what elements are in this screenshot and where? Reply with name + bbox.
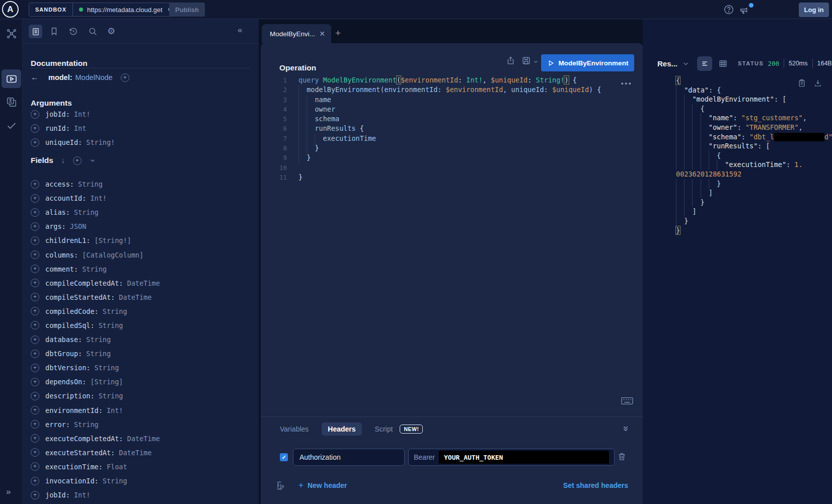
tab-script[interactable]: Script: [375, 425, 393, 433]
new-tab-button[interactable]: +: [335, 28, 341, 39]
sidebar-item-explorer[interactable]: [2, 69, 21, 88]
collapse-left-icon[interactable]: «: [238, 25, 242, 35]
documentation-tab-icon[interactable]: [29, 25, 42, 38]
chevron-down-icon[interactable]: [90, 157, 96, 163]
field-row[interactable]: +dbtVersion: String: [31, 361, 252, 375]
field-row[interactable]: +uniqueId: String!: [31, 135, 252, 149]
field-row[interactable]: +executeStartedAt: DateTime: [31, 446, 252, 460]
editor-line[interactable]: 4owner: [261, 105, 643, 114]
add-field-icon[interactable]: +: [31, 364, 39, 372]
set-shared-headers-button[interactable]: Set shared headers: [563, 481, 628, 489]
add-field-icon[interactable]: +: [31, 462, 39, 471]
field-row[interactable]: +comment: String: [31, 262, 252, 276]
docs-settings-icon[interactable]: ⚙: [107, 26, 115, 37]
sidebar-item-changelog[interactable]: [6, 97, 17, 108]
field-row[interactable]: +alias: String: [31, 205, 252, 219]
header-name-input[interactable]: Authorization: [293, 449, 405, 466]
field-row[interactable]: +database: String: [31, 332, 252, 347]
delete-header-icon[interactable]: [617, 452, 627, 461]
add-field-icon[interactable]: +: [31, 250, 39, 259]
raw-view-toggle[interactable]: [697, 56, 712, 71]
add-field-icon[interactable]: +: [31, 265, 39, 273]
add-all-fields-icon[interactable]: +: [73, 156, 82, 165]
close-tab-icon[interactable]: ✕: [319, 30, 325, 38]
header-enabled-checkbox[interactable]: ✓: [280, 453, 288, 461]
collapse-panel-icon[interactable]: [621, 424, 630, 433]
operation-tab[interactable]: ModelByEnvi... ✕: [262, 24, 331, 43]
back-arrow-icon[interactable]: ←: [31, 73, 39, 82]
response-dropdown-chevron-icon[interactable]: [683, 60, 689, 67]
editor-line[interactable]: 2modelByEnvironment(environmentId: $envi…: [261, 85, 643, 95]
add-field-icon[interactable]: +: [31, 406, 39, 414]
history-icon[interactable]: [68, 27, 78, 36]
field-row[interactable]: +compileCompletedAt: DateTime: [31, 276, 252, 290]
add-field-icon[interactable]: +: [31, 110, 39, 119]
field-row[interactable]: +dbtGroup: String: [31, 347, 252, 361]
breadcrumb-type-link[interactable]: ModelNode: [75, 73, 113, 81]
run-operation-button[interactable]: ModelByEnvironment: [541, 54, 634, 71]
add-field-icon[interactable]: +: [31, 392, 39, 400]
field-row[interactable]: +args: JSON: [31, 219, 252, 233]
environment-variables-icon[interactable]: [276, 481, 285, 490]
tab-variables[interactable]: Variables: [280, 425, 309, 433]
sort-icon[interactable]: ↓: [61, 156, 65, 164]
editor-line[interactable]: 9}: [261, 153, 643, 162]
field-row[interactable]: +access: String: [31, 177, 252, 191]
search-icon[interactable]: [88, 27, 98, 36]
auth-token-value[interactable]: YOUR_AUTH_TOKEN: [439, 451, 609, 464]
help-icon[interactable]: [723, 4, 734, 15]
apollo-logo[interactable]: A: [2, 1, 19, 18]
field-row[interactable]: +invocationId: String: [31, 474, 252, 488]
add-field-icon[interactable]: +: [31, 222, 39, 231]
add-field-icon[interactable]: +: [31, 138, 39, 147]
editor-line[interactable]: 5schema: [261, 114, 643, 124]
save-dropdown-chevron-icon[interactable]: [533, 59, 539, 64]
add-field-icon[interactable]: +: [31, 208, 39, 217]
add-field-icon[interactable]: +: [31, 477, 39, 485]
response-title[interactable]: Res...: [657, 59, 677, 68]
endpoint-url-input[interactable]: https://metadata.cloud.get: [87, 6, 166, 14]
add-field-icon[interactable]: +: [31, 491, 39, 499]
tab-headers[interactable]: Headers: [322, 423, 361, 436]
response-json[interactable]: {"data": {"modelByEnvironment": [{"name"…: [664, 76, 830, 235]
editor-line[interactable]: 6runResults {: [261, 124, 643, 133]
add-field-icon[interactable]: +: [31, 335, 39, 344]
field-row[interactable]: +environmentId: Int!: [31, 403, 252, 417]
add-field-icon[interactable]: +: [31, 293, 39, 301]
add-field-icon[interactable]: +: [31, 448, 39, 457]
keyboard-shortcuts-icon[interactable]: [621, 396, 633, 405]
field-row[interactable]: +compiledSql: String: [31, 318, 252, 332]
add-field-icon[interactable]: +: [31, 321, 39, 329]
field-row[interactable]: +accountId: Int!: [31, 191, 252, 205]
field-row[interactable]: +childrenL1: [String!]: [31, 233, 252, 247]
editor-line[interactable]: 11}: [261, 173, 643, 182]
add-to-query-icon[interactable]: +: [121, 73, 129, 82]
add-field-icon[interactable]: +: [31, 236, 39, 245]
field-row[interactable]: +dependsOn: [String]: [31, 375, 252, 389]
add-field-icon[interactable]: +: [31, 307, 39, 315]
new-header-button[interactable]: + New header: [298, 480, 347, 490]
editor-line[interactable]: 1query ModelByEnvironment($environmentId…: [261, 75, 643, 85]
sidebar-item-checks[interactable]: [6, 120, 17, 131]
add-field-icon[interactable]: +: [31, 378, 39, 386]
field-row[interactable]: +runId: Int: [31, 121, 252, 135]
field-row[interactable]: +executeCompletedAt: DateTime: [31, 432, 252, 446]
publish-button[interactable]: Publish: [169, 3, 205, 17]
add-field-icon[interactable]: +: [31, 194, 39, 203]
add-field-icon[interactable]: +: [31, 434, 39, 443]
bookmark-icon[interactable]: [49, 27, 59, 36]
field-row[interactable]: +columns: [CatalogColumn]: [31, 247, 252, 262]
graph-icon[interactable]: [6, 28, 17, 39]
header-value-input[interactable]: BearerYOUR_AUTH_TOKEN: [408, 449, 615, 466]
field-row[interactable]: +compileStartedAt: DateTime: [31, 290, 252, 304]
editor-line[interactable]: 10: [261, 163, 643, 173]
editor-line[interactable]: 8}: [261, 143, 643, 153]
add-field-icon[interactable]: +: [31, 279, 39, 287]
add-field-icon[interactable]: +: [31, 420, 39, 429]
field-row[interactable]: +jobId: Int!: [31, 488, 252, 502]
table-view-toggle[interactable]: [718, 59, 728, 68]
endpoint-bar[interactable]: SANDBOX https://metadata.cloud.get ⚙: [29, 3, 179, 17]
editor-line[interactable]: 7executionTime: [261, 134, 643, 143]
login-button[interactable]: Log in: [799, 3, 829, 17]
field-row[interactable]: +compiledCode: String: [31, 304, 252, 318]
